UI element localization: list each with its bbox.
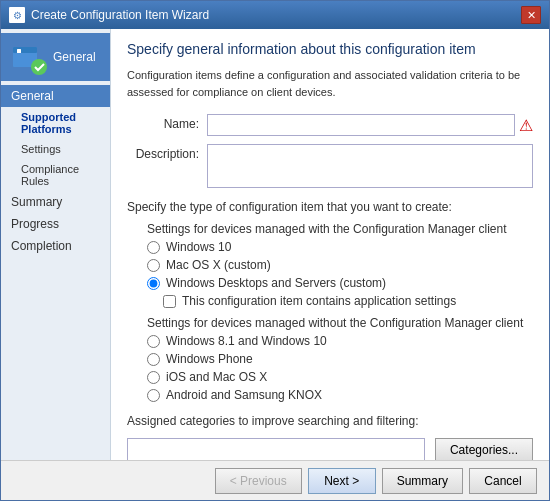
categories-textarea[interactable] xyxy=(127,438,425,460)
summary-button[interactable]: Summary xyxy=(382,468,463,494)
subsection1-label: Settings for devices managed with the Co… xyxy=(147,222,533,236)
radio-windesktop-input[interactable] xyxy=(147,277,160,290)
info-text: Configuration items define a configurati… xyxy=(127,67,533,100)
radio-win81-label: Windows 8.1 and Windows 10 xyxy=(166,334,327,348)
previous-button[interactable]: < Previous xyxy=(215,468,302,494)
radio-ios-label: iOS and Mac OS X xyxy=(166,370,267,384)
name-row: Name: ⚠ xyxy=(127,114,533,136)
radio-winphone-label: Windows Phone xyxy=(166,352,253,366)
radio-winphone-input[interactable] xyxy=(147,353,160,366)
radio-windesktop[interactable]: Windows Desktops and Servers (custom) xyxy=(147,276,533,290)
radio-android[interactable]: Android and Samsung KNOX xyxy=(147,388,533,402)
sidebar-header-label: General xyxy=(53,50,96,64)
radio-ios-input[interactable] xyxy=(147,371,160,384)
sidebar-item-summary[interactable]: Summary xyxy=(1,191,110,213)
radio-macosx[interactable]: Mac OS X (custom) xyxy=(147,258,533,272)
section1-label: Specify the type of configuration item t… xyxy=(127,200,533,214)
radio-windows10-label: Windows 10 xyxy=(166,240,231,254)
footer: < Previous Next > Summary Cancel xyxy=(1,460,549,500)
radio-macosx-input[interactable] xyxy=(147,259,160,272)
description-input[interactable] xyxy=(207,144,533,188)
radio-win81-input[interactable] xyxy=(147,335,160,348)
app-settings-label: This configuration item contains applica… xyxy=(182,294,456,308)
radio-ios[interactable]: iOS and Mac OS X xyxy=(147,370,533,384)
managed-radio-group: Windows 10 Mac OS X (custom) Windows Des… xyxy=(147,240,533,290)
unmanaged-radio-group: Windows 8.1 and Windows 10 Windows Phone… xyxy=(147,334,533,402)
title-bar: ⚙ Create Configuration Item Wizard ✕ xyxy=(1,1,549,29)
categories-row: Categories... xyxy=(127,438,533,460)
app-settings-checkbox[interactable] xyxy=(163,295,176,308)
sidebar-item-completion[interactable]: Completion xyxy=(1,235,110,257)
cancel-button[interactable]: Cancel xyxy=(469,468,537,494)
content-area: General General Supported Platforms Sett… xyxy=(1,29,549,460)
radio-windesktop-label: Windows Desktops and Servers (custom) xyxy=(166,276,386,290)
description-row: Description: xyxy=(127,144,533,188)
page-title: Specify general information about this c… xyxy=(127,41,533,57)
categories-label: Assigned categories to improve searching… xyxy=(127,414,533,428)
description-label: Description: xyxy=(127,144,207,161)
radio-macosx-label: Mac OS X (custom) xyxy=(166,258,271,272)
radio-android-label: Android and Samsung KNOX xyxy=(166,388,322,402)
wizard-window: ⚙ Create Configuration Item Wizard ✕ Gen… xyxy=(0,0,550,501)
window-icon: ⚙ xyxy=(9,7,25,23)
radio-android-input[interactable] xyxy=(147,389,160,402)
sidebar-header: General xyxy=(1,33,110,81)
close-button[interactable]: ✕ xyxy=(521,6,541,24)
name-label: Name: xyxy=(127,114,207,131)
next-button[interactable]: Next > xyxy=(308,468,376,494)
svg-point-3 xyxy=(31,59,47,75)
sidebar-item-supported-platforms[interactable]: Supported Platforms xyxy=(1,107,110,139)
radio-windows10[interactable]: Windows 10 xyxy=(147,240,533,254)
sidebar-item-compliance-rules[interactable]: Compliance Rules xyxy=(1,159,110,191)
name-input[interactable] xyxy=(207,114,515,136)
svg-rect-1 xyxy=(13,47,37,53)
sidebar-icon xyxy=(11,39,47,75)
app-settings-checkbox-row[interactable]: This configuration item contains applica… xyxy=(163,294,533,308)
error-icon: ⚠ xyxy=(519,114,533,135)
main-content: Specify general information about this c… xyxy=(111,29,549,460)
sidebar: General General Supported Platforms Sett… xyxy=(1,29,111,460)
categories-button[interactable]: Categories... xyxy=(435,438,533,460)
radio-windows10-input[interactable] xyxy=(147,241,160,254)
subsection2-label: Settings for devices managed without the… xyxy=(147,316,533,330)
sidebar-item-general[interactable]: General xyxy=(1,85,110,107)
window-title: Create Configuration Item Wizard xyxy=(31,8,209,22)
sidebar-item-progress[interactable]: Progress xyxy=(1,213,110,235)
title-bar-left: ⚙ Create Configuration Item Wizard xyxy=(9,7,209,23)
svg-rect-2 xyxy=(17,49,21,53)
sidebar-item-settings[interactable]: Settings xyxy=(1,139,110,159)
radio-win81[interactable]: Windows 8.1 and Windows 10 xyxy=(147,334,533,348)
radio-winphone[interactable]: Windows Phone xyxy=(147,352,533,366)
